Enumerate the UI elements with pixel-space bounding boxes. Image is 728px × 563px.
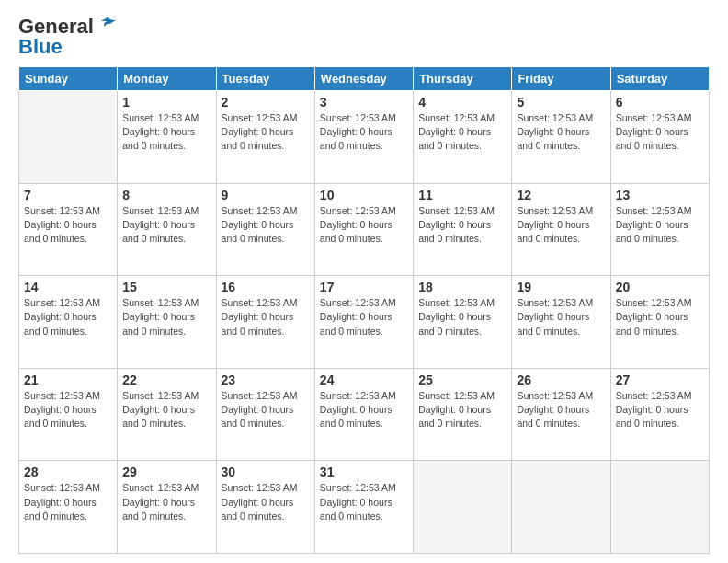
day-info: Sunset: 12:53 AMDaylight: 0 hoursand 0 m… [24,481,112,523]
day-number: 6 [616,95,704,109]
calendar-cell [512,461,610,554]
calendar-cell: 27Sunset: 12:53 AMDaylight: 0 hoursand 0… [610,368,709,461]
calendar-cell: 26Sunset: 12:53 AMDaylight: 0 hoursand 0… [512,368,610,461]
calendar-cell: 28Sunset: 12:53 AMDaylight: 0 hoursand 0… [19,461,118,554]
calendar-cell [19,91,118,184]
day-info: Sunset: 12:53 AMDaylight: 0 hoursand 0 m… [122,296,210,339]
day-number: 2 [222,95,310,109]
calendar-cell: 30Sunset: 12:53 AMDaylight: 0 hoursand 0… [216,461,314,554]
day-info: Sunset: 12:53 AMDaylight: 0 hoursand 0 m… [222,296,310,339]
week-row-5: 28Sunset: 12:53 AMDaylight: 0 hoursand 0… [19,461,710,554]
weekday-header-friday: Friday [512,67,610,91]
weekday-header-tuesday: Tuesday [216,67,314,91]
day-number: 4 [418,95,506,109]
day-number: 30 [222,465,310,479]
calendar-cell: 17Sunset: 12:53 AMDaylight: 0 hoursand 0… [314,276,413,369]
day-number: 12 [517,188,605,202]
calendar-cell [610,461,709,554]
calendar-cell: 29Sunset: 12:53 AMDaylight: 0 hoursand 0… [118,461,216,554]
calendar-cell: 19Sunset: 12:53 AMDaylight: 0 hoursand 0… [512,276,610,369]
calendar-cell: 25Sunset: 12:53 AMDaylight: 0 hoursand 0… [414,368,512,461]
calendar-cell: 12Sunset: 12:53 AMDaylight: 0 hoursand 0… [512,183,610,276]
day-info: Sunset: 12:53 AMDaylight: 0 hoursand 0 m… [517,204,605,247]
day-info: Sunset: 12:53 AMDaylight: 0 hoursand 0 m… [320,296,408,339]
calendar-cell [414,461,512,554]
calendar-cell: 2Sunset: 12:53 AMDaylight: 0 hoursand 0 … [216,91,314,184]
calendar-cell: 5Sunset: 12:53 AMDaylight: 0 hoursand 0 … [512,91,610,184]
day-number: 24 [320,373,408,387]
day-info: Sunset: 12:53 AMDaylight: 0 hoursand 0 m… [616,389,704,431]
day-number: 20 [616,280,704,294]
page: General Blue SundayMondayTuesdayWednesda… [0,0,728,563]
day-number: 10 [320,188,408,202]
day-info: Sunset: 12:53 AMDaylight: 0 hoursand 0 m… [418,296,506,339]
day-info: Sunset: 12:53 AMDaylight: 0 hoursand 0 m… [24,389,112,431]
day-info: Sunset: 12:53 AMDaylight: 0 hoursand 0 m… [320,204,408,247]
day-info: Sunset: 12:53 AMDaylight: 0 hoursand 0 m… [517,389,605,431]
day-info: Sunset: 12:53 AMDaylight: 0 hoursand 0 m… [24,204,112,247]
day-number: 19 [517,280,605,294]
week-row-4: 21Sunset: 12:53 AMDaylight: 0 hoursand 0… [19,368,710,461]
day-info: Sunset: 12:53 AMDaylight: 0 hoursand 0 m… [222,111,310,154]
day-info: Sunset: 12:53 AMDaylight: 0 hoursand 0 m… [616,204,704,247]
day-info: Sunset: 12:53 AMDaylight: 0 hoursand 0 m… [517,111,605,154]
day-info: Sunset: 12:53 AMDaylight: 0 hoursand 0 m… [616,296,704,339]
header: General Blue [18,15,710,59]
day-number: 31 [320,465,408,479]
day-number: 7 [24,188,112,202]
logo-bird-icon [97,15,118,35]
calendar-cell: 8Sunset: 12:53 AMDaylight: 0 hoursand 0 … [118,183,216,276]
day-number: 28 [24,465,112,479]
calendar-cell: 1Sunset: 12:53 AMDaylight: 0 hoursand 0 … [118,91,216,184]
day-number: 11 [418,188,506,202]
day-number: 5 [517,95,605,109]
day-info: Sunset: 12:53 AMDaylight: 0 hoursand 0 m… [320,389,408,431]
week-row-3: 14Sunset: 12:53 AMDaylight: 0 hoursand 0… [19,276,710,369]
day-info: Sunset: 12:53 AMDaylight: 0 hoursand 0 m… [517,296,605,339]
week-row-1: 1Sunset: 12:53 AMDaylight: 0 hoursand 0 … [19,91,710,184]
day-number: 29 [122,465,210,479]
calendar-cell: 13Sunset: 12:53 AMDaylight: 0 hoursand 0… [610,183,709,276]
day-info: Sunset: 12:53 AMDaylight: 0 hoursand 0 m… [24,296,112,339]
calendar-cell: 22Sunset: 12:53 AMDaylight: 0 hoursand 0… [118,368,216,461]
day-number: 15 [122,280,210,294]
day-info: Sunset: 12:53 AMDaylight: 0 hoursand 0 m… [122,481,210,523]
day-number: 21 [24,373,112,387]
calendar-cell: 4Sunset: 12:53 AMDaylight: 0 hoursand 0 … [414,91,512,184]
weekday-header-wednesday: Wednesday [314,67,413,91]
day-number: 9 [222,188,310,202]
day-info: Sunset: 12:53 AMDaylight: 0 hoursand 0 m… [418,111,506,154]
day-number: 1 [122,95,210,109]
calendar-cell: 21Sunset: 12:53 AMDaylight: 0 hoursand 0… [19,368,118,461]
calendar: SundayMondayTuesdayWednesdayThursdayFrid… [18,66,710,554]
calendar-cell: 15Sunset: 12:53 AMDaylight: 0 hoursand 0… [118,276,216,369]
week-row-2: 7Sunset: 12:53 AMDaylight: 0 hoursand 0 … [19,183,710,276]
day-number: 23 [222,373,310,387]
day-number: 3 [320,95,408,109]
day-number: 22 [122,373,210,387]
day-info: Sunset: 12:53 AMDaylight: 0 hoursand 0 m… [418,389,506,431]
day-number: 14 [24,280,112,294]
calendar-cell: 14Sunset: 12:53 AMDaylight: 0 hoursand 0… [19,276,118,369]
day-number: 25 [418,373,506,387]
day-info: Sunset: 12:53 AMDaylight: 0 hoursand 0 m… [122,389,210,431]
day-number: 18 [418,280,506,294]
weekday-header-thursday: Thursday [414,67,512,91]
day-number: 8 [122,188,210,202]
weekday-header-monday: Monday [118,67,216,91]
calendar-cell: 6Sunset: 12:53 AMDaylight: 0 hoursand 0 … [610,91,709,184]
calendar-cell: 7Sunset: 12:53 AMDaylight: 0 hoursand 0 … [19,183,118,276]
calendar-cell: 24Sunset: 12:53 AMDaylight: 0 hoursand 0… [314,368,413,461]
day-info: Sunset: 12:53 AMDaylight: 0 hoursand 0 m… [222,481,310,523]
day-info: Sunset: 12:53 AMDaylight: 0 hoursand 0 m… [418,204,506,247]
day-info: Sunset: 12:53 AMDaylight: 0 hoursand 0 m… [222,204,310,247]
day-info: Sunset: 12:53 AMDaylight: 0 hoursand 0 m… [320,481,408,523]
day-number: 27 [616,373,704,387]
calendar-cell: 23Sunset: 12:53 AMDaylight: 0 hoursand 0… [216,368,314,461]
day-number: 13 [616,188,704,202]
day-info: Sunset: 12:53 AMDaylight: 0 hoursand 0 m… [320,111,408,154]
weekday-header-row: SundayMondayTuesdayWednesdayThursdayFrid… [19,67,710,91]
calendar-cell: 11Sunset: 12:53 AMDaylight: 0 hoursand 0… [414,183,512,276]
day-info: Sunset: 12:53 AMDaylight: 0 hoursand 0 m… [222,389,310,431]
day-info: Sunset: 12:53 AMDaylight: 0 hoursand 0 m… [122,111,210,154]
